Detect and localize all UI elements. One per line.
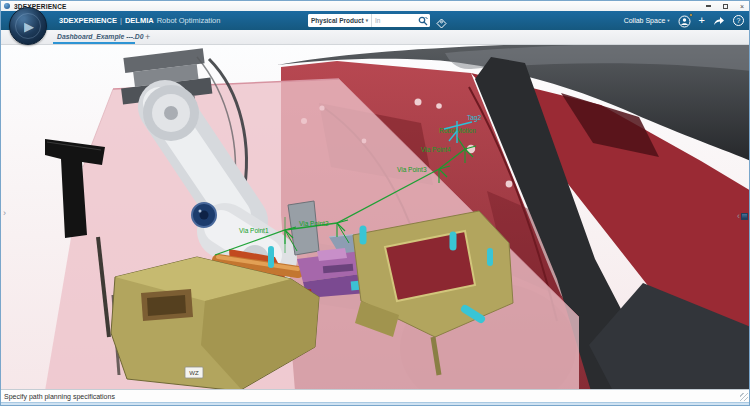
tag-button[interactable] (436, 15, 447, 26)
app-icon (4, 3, 10, 9)
add-app-button[interactable]: + (699, 15, 705, 26)
brand-divider: | (120, 16, 122, 25)
help-button[interactable]: ? (733, 15, 744, 26)
minimize-icon (706, 5, 711, 7)
minimize-button[interactable] (706, 5, 711, 7)
brand-platform: 3DEXPERIENCE (59, 16, 117, 25)
close-button[interactable]: × (740, 3, 744, 10)
new-tab-button[interactable]: + (145, 32, 150, 42)
right-panel-expander[interactable]: ‹ (737, 212, 748, 221)
workzone-label: WZ (189, 370, 199, 376)
via-point-label[interactable]: Via Point3 (397, 166, 427, 173)
os-titlebar: 3DEXPERIENCE × (1, 1, 749, 11)
compass-button[interactable]: ▶ (9, 7, 47, 45)
app-window: 3DEXPERIENCE × 3DEXPERIENCE | DELMIA Rob… (0, 0, 750, 406)
maximize-button[interactable] (723, 4, 728, 9)
share-icon (713, 16, 725, 26)
via-point-label[interactable]: Via Point4 (421, 146, 451, 153)
tab-bar: Dashboard_Example ---.D0 + (1, 30, 749, 45)
search-button[interactable] (415, 14, 430, 27)
tab-active-underline (53, 42, 135, 44)
chevron-left-icon: ‹ (737, 212, 740, 221)
search-icon (418, 16, 428, 26)
brand-module: Robot Optimization (157, 16, 221, 25)
brand: 3DEXPERIENCE | DELMIA Robot Optimization (59, 11, 220, 30)
window-bottom-edge (1, 402, 749, 405)
collapsed-panel-icon (741, 213, 748, 220)
chevron-down-icon: ▾ (667, 18, 669, 23)
left-panel-expander[interactable]: › (3, 209, 6, 218)
resize-grip[interactable] (740, 393, 748, 401)
share-button[interactable] (713, 12, 725, 30)
tag-icon (436, 18, 447, 29)
status-message: Specify path planning specifications (4, 393, 115, 400)
tab-active[interactable]: Dashboard_Example ---.D0 (57, 33, 144, 40)
collab-space-dropdown[interactable]: Collab Space ▾ (624, 17, 670, 24)
via-point-label[interactable]: Via Point2 (299, 220, 329, 227)
chevron-down-icon: ▾ (366, 18, 368, 23)
via-point-label[interactable]: Via Point1 (239, 227, 269, 234)
help-icon: ? (737, 17, 741, 24)
tag-label[interactable]: Tag2 (467, 114, 481, 122)
search-scope-dropdown[interactable]: Physical Product ▾ (308, 14, 372, 27)
3d-viewport[interactable]: Via Point1 Via Point2 Via Point3 Via Poi… (1, 45, 749, 389)
chevron-right-icon: › (3, 208, 6, 218)
search-input[interactable] (372, 14, 415, 27)
status-bar: Specify path planning specifications (1, 389, 749, 402)
3d-scene: Via Point1 Via Point2 Via Point3 Via Poi… (1, 45, 749, 389)
notification-dot (689, 13, 693, 17)
search-scope-label: Physical Product (311, 17, 364, 24)
user-menu[interactable] (678, 14, 691, 27)
collab-space-label: Collab Space (624, 17, 666, 24)
compass-play-icon: ▶ (22, 20, 34, 33)
search-bar[interactable]: Physical Product ▾ (308, 14, 430, 27)
maximize-icon (723, 4, 728, 9)
user-icon (678, 15, 691, 28)
brand-app: DELMIA (125, 16, 154, 25)
workzone-tag: WZ (185, 367, 203, 378)
app-header: 3DEXPERIENCE | DELMIA Robot Optimization… (1, 11, 749, 30)
